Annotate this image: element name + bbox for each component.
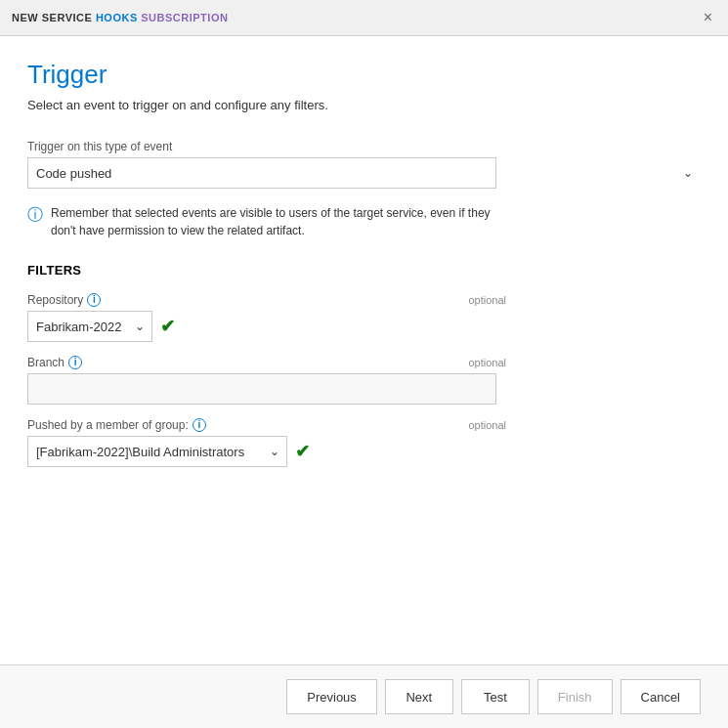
repository-check-icon: ✔ xyxy=(160,316,175,337)
repository-select[interactable]: Fabrikam-2022 Fabrikam-2021 Fabrikam-202… xyxy=(27,311,152,342)
page-heading: Trigger xyxy=(27,60,701,90)
dialog-title: NEW SERVICE HOOKS SUBSCRIPTION xyxy=(12,12,228,23)
pushed-by-info-icon[interactable]: i xyxy=(193,418,206,432)
finish-button[interactable]: Finish xyxy=(537,679,613,714)
pushed-by-select-group: [Fabrikam-2022]\Build Administrators [Fa… xyxy=(27,436,701,467)
previous-button[interactable]: Previous xyxy=(286,679,377,714)
test-button[interactable]: Test xyxy=(461,679,530,714)
titlebar: NEW SERVICE HOOKS SUBSCRIPTION × xyxy=(0,0,728,36)
pushed-by-select[interactable]: [Fabrikam-2022]\Build Administrators [Fa… xyxy=(27,436,287,467)
branch-label-row: Branch i optional xyxy=(27,356,506,369)
dialog-content: Trigger Select an event to trigger on an… xyxy=(0,36,728,664)
pushed-by-label: Pushed by a member of group: i xyxy=(27,418,206,432)
trigger-event-label: Trigger on this type of event xyxy=(27,140,701,153)
info-text: Remember that selected events are visibl… xyxy=(51,204,496,239)
pushed-by-select-wrapper: [Fabrikam-2022]\Build Administrators [Fa… xyxy=(27,436,287,467)
trigger-event-select[interactable]: Code pushed Build completed Release crea… xyxy=(27,157,496,189)
repository-filter: Repository i optional Fabrikam-2022 Fabr… xyxy=(27,293,701,342)
close-button[interactable]: × xyxy=(700,8,716,27)
repository-optional: optional xyxy=(468,294,506,306)
repository-label-row: Repository i optional xyxy=(27,293,506,307)
dialog-footer: Previous Next Test Finish Cancel xyxy=(0,664,728,728)
trigger-event-field: Trigger on this type of event Code pushe… xyxy=(27,140,701,189)
branch-label: Branch i xyxy=(27,356,82,369)
pushed-by-filter: Pushed by a member of group: i optional … xyxy=(27,418,701,467)
repository-select-wrapper: Fabrikam-2022 Fabrikam-2021 Fabrikam-202… xyxy=(27,311,152,342)
pushed-by-optional: optional xyxy=(468,419,506,431)
trigger-event-select-wrapper: Code pushed Build completed Release crea… xyxy=(27,157,701,189)
page-subtitle: Select an event to trigger on and config… xyxy=(27,98,701,112)
info-box: ⓘ Remember that selected events are visi… xyxy=(27,204,496,239)
chevron-down-icon: ⌄ xyxy=(683,166,693,180)
repository-info-icon[interactable]: i xyxy=(87,293,101,307)
branch-filter: Branch i optional xyxy=(27,356,701,405)
pushed-by-check-icon: ✔ xyxy=(295,441,310,462)
info-icon: ⓘ xyxy=(27,205,43,226)
repository-select-group: Fabrikam-2022 Fabrikam-2021 Fabrikam-202… xyxy=(27,311,701,342)
dialog: NEW SERVICE HOOKS SUBSCRIPTION × Trigger… xyxy=(0,0,728,728)
cancel-button[interactable]: Cancel xyxy=(621,679,701,714)
filters-heading: FILTERS xyxy=(27,263,701,278)
next-button[interactable]: Next xyxy=(385,679,453,714)
pushed-by-label-row: Pushed by a member of group: i optional xyxy=(27,418,506,432)
branch-info-icon[interactable]: i xyxy=(68,356,82,369)
repository-label: Repository i xyxy=(27,293,101,307)
branch-optional: optional xyxy=(468,357,506,368)
filters-section: FILTERS Repository i optional Fabrikam-2… xyxy=(27,263,701,467)
branch-input[interactable] xyxy=(27,373,496,405)
